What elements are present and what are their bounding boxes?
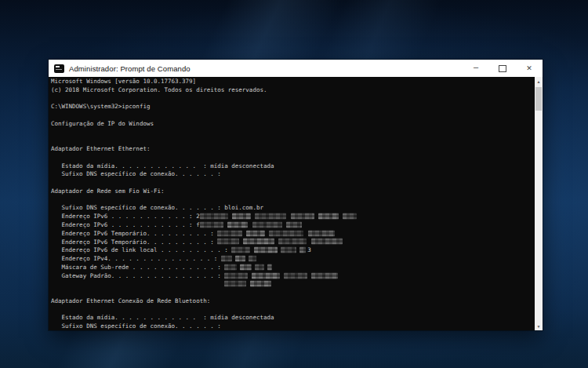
redacted-value (224, 281, 246, 287)
cmd-window: Administrador: Prompt de Comando – ✕ Mic… (49, 60, 543, 330)
redacted-value (281, 247, 296, 253)
redacted-value (252, 272, 280, 279)
cmd-icon (54, 64, 64, 73)
console-output[interactable]: Microsoft Windows [versão 10.0.17763.379… (49, 77, 535, 330)
redacted-value (243, 239, 274, 245)
redacted-value (227, 221, 248, 228)
redacted-value (255, 213, 286, 220)
redacted-value (246, 230, 265, 236)
console-line: Sufixo DNS específico de conexão. . . . … (51, 322, 535, 330)
console-line: Adaptador Ethernet Conexão de Rede Bluet… (51, 297, 535, 306)
console-line: Sufixo DNS específico de conexão. . . . … (51, 204, 535, 213)
close-icon: ✕ (526, 64, 532, 72)
console-line (51, 137, 535, 145)
redacted-value (269, 230, 303, 236)
minimize-icon: – (474, 63, 478, 71)
maximize-button[interactable] (489, 60, 516, 77)
redacted-value (217, 230, 242, 236)
redacted-value (311, 239, 343, 245)
window-title: Administrador: Prompt de Comando (69, 64, 191, 73)
console-line (51, 280, 535, 289)
redacted-value (284, 272, 307, 279)
console-line: Endereço IPv6 . . . . . . . . . . . : f (51, 221, 535, 230)
console-line-suffix: 3 (307, 246, 311, 253)
window-titlebar[interactable]: Administrador: Prompt de Comando – ✕ (49, 60, 543, 77)
window-controls: – ✕ (463, 60, 543, 77)
redacted-value (252, 221, 282, 228)
console-line: Configuração de IP do Windows (51, 120, 535, 129)
console-line: Endereço IPv6 . . . . . . . . . . . : 2 (51, 213, 535, 221)
redacted-value (224, 264, 237, 270)
redacted-value (200, 221, 223, 228)
redacted-value (217, 239, 239, 245)
console-line: Endereço IPv6 de link local . . . . . . … (51, 246, 535, 255)
minimize-button[interactable]: – (463, 60, 489, 77)
redacted-value (240, 264, 252, 270)
redacted-value (255, 264, 264, 270)
redacted-value (231, 247, 250, 253)
redacted-value (224, 272, 248, 279)
redacted-value (250, 281, 271, 287)
scroll-down-arrow[interactable]: ▼ (535, 322, 543, 330)
console-line (51, 95, 535, 104)
console-area: Microsoft Windows [versão 10.0.17763.379… (49, 77, 543, 330)
console-line: Adaptador de Rede sem Fio Wi-Fi: (51, 188, 535, 196)
redacted-value (286, 221, 302, 228)
redacted-value (235, 256, 245, 262)
console-line: Máscara de Sub-rede . . . . . . . . . . … (51, 264, 535, 272)
console-line: Endereço IPv4. . . . . . . . . . . . . .… (51, 255, 535, 264)
console-line: Gateway Padrão. . . . . . . . . . . . . … (51, 272, 535, 281)
console-line: (c) 2018 Microsoft Corporation. Todos os… (51, 86, 535, 95)
console-line (51, 129, 535, 137)
redacted-value (254, 247, 278, 253)
scroll-up-arrow[interactable]: ▲ (535, 77, 543, 86)
redacted-value (299, 247, 306, 253)
console-line (51, 179, 535, 188)
console-line: Estado da mídia. . . . . . . . . . . . :… (51, 314, 535, 322)
console-line (51, 111, 535, 120)
maximize-icon (499, 65, 506, 72)
redacted-value (291, 213, 314, 220)
console-line: Sufixo DNS específico de conexão. . . . … (51, 170, 535, 179)
scrollbar-thumb[interactable] (535, 87, 542, 111)
console-line: Estado da mídia. . . . . . . . . . . . :… (51, 162, 535, 171)
redacted-value (200, 213, 228, 220)
close-button[interactable]: ✕ (516, 60, 543, 77)
console-line: Adaptador Ethernet Ethernet: (51, 145, 535, 154)
redacted-value (278, 239, 307, 245)
redacted-value (311, 272, 338, 279)
console-line (51, 306, 535, 315)
scrollbar[interactable]: ▲ ▼ (535, 77, 543, 330)
cmd-icon-detail2 (56, 69, 62, 70)
console-line: Endereço IPv6 Temporário. . . . . . . . … (51, 230, 535, 239)
redacted-value (267, 264, 272, 270)
cmd-icon-detail (56, 66, 60, 67)
console-line (51, 154, 535, 162)
console-line (51, 289, 535, 297)
redacted-value (221, 256, 232, 262)
console-line: Microsoft Windows [versão 10.0.17763.379… (51, 78, 535, 86)
redacted-value (232, 213, 251, 220)
redacted-value (318, 213, 339, 220)
console-line (51, 196, 535, 205)
console-line: Endereço IPv6 Temporário. . . . . . . . … (51, 239, 535, 247)
redacted-value (343, 213, 357, 220)
desktop-wallpaper: Administrador: Prompt de Comando – ✕ Mic… (0, 0, 588, 368)
console-line: C:\WINDOWS\system32>ipconfig (51, 103, 535, 111)
redacted-value (249, 256, 256, 262)
redacted-value (308, 230, 335, 236)
